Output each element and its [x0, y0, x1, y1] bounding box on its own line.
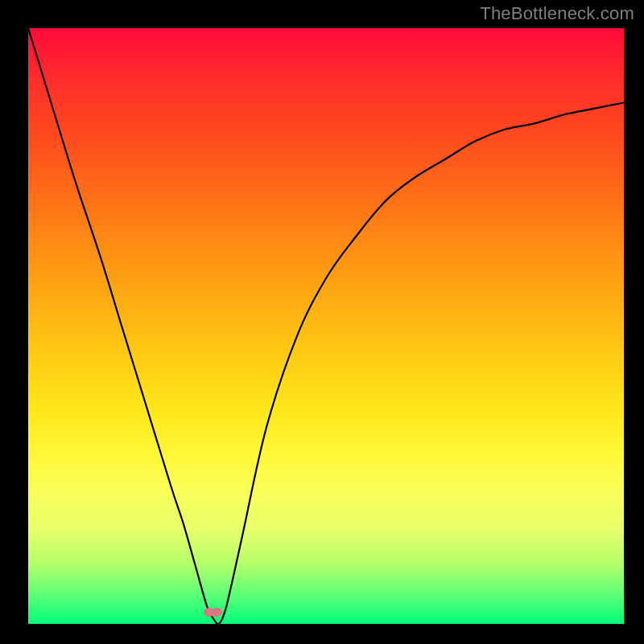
- watermark-text: TheBottleneck.com: [480, 3, 634, 24]
- min-marker: [211, 608, 222, 617]
- min-marker: [204, 608, 215, 617]
- bottleneck-curve: [28, 28, 624, 624]
- chart-frame: TheBottleneck.com: [0, 0, 644, 644]
- plot-area: [28, 28, 624, 624]
